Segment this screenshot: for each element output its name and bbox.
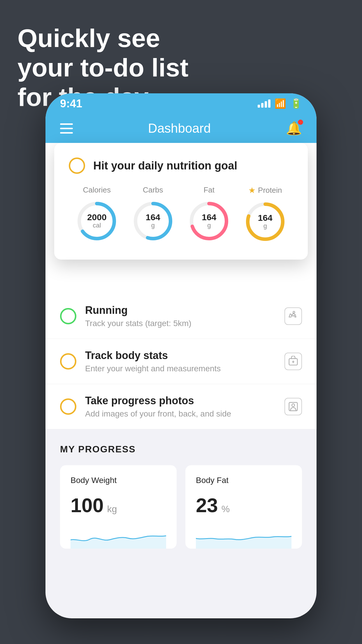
notification-dot	[298, 120, 303, 125]
body-weight-unit: kg	[107, 504, 117, 514]
progress-cards: Body Weight 100 kg Body Fat	[60, 465, 302, 549]
nutrition-row: Calories 2000 cal Carbs	[69, 186, 293, 244]
running-icon	[284, 307, 302, 325]
list-item[interactable]: Running Track your stats (target: 5km)	[45, 294, 317, 339]
body-weight-title: Body Weight	[71, 476, 166, 485]
notification-button[interactable]: 🔔	[286, 121, 302, 136]
calories-unit: cal	[87, 222, 107, 229]
fat-item: Fat 164 g	[187, 186, 231, 243]
todo-text-photos: Take progress photos Add images of your …	[85, 395, 276, 419]
calories-ring: 2000 cal	[75, 199, 119, 243]
headline-line1: Quickly see	[17, 23, 189, 53]
body-fat-chart	[196, 525, 291, 549]
carbs-unit: g	[146, 222, 160, 229]
fat-value: 164	[202, 213, 216, 222]
todo-subtitle-bodystats: Enter your weight and measurements	[85, 364, 276, 373]
nutrition-card-title: Hit your daily nutrition goal	[93, 160, 237, 172]
body-fat-value: 23	[196, 494, 218, 517]
todo-checkbox-running[interactable]	[60, 308, 76, 324]
calories-value: 2000	[87, 213, 107, 222]
person-icon	[284, 398, 302, 415]
fat-ring: 164 g	[187, 199, 231, 243]
todo-subtitle-photos: Add images of your front, back, and side	[85, 409, 276, 419]
carbs-item: Carbs 164 g	[131, 186, 175, 243]
todo-title-photos: Take progress photos	[85, 395, 276, 407]
list-item[interactable]: Track body stats Enter your weight and m…	[45, 339, 317, 384]
protein-unit: g	[258, 222, 273, 230]
headline-line2: your to-do list	[17, 53, 189, 82]
battery-icon: 🔋	[290, 98, 302, 109]
nutrition-card: Hit your daily nutrition goal Calories 2…	[54, 143, 308, 260]
body-fat-unit: %	[222, 504, 230, 514]
todo-checkbox-bodystats[interactable]	[60, 353, 76, 370]
body-weight-value: 100	[71, 494, 103, 517]
todo-checkbox-photos[interactable]	[60, 398, 76, 415]
nav-title: Dashboard	[148, 121, 211, 136]
protein-label: ★ Protein	[248, 186, 282, 195]
todo-title-bodystats: Track body stats	[85, 349, 276, 362]
body-fat-card[interactable]: Body Fat 23 %	[185, 465, 302, 549]
status-time: 9:41	[60, 97, 82, 110]
nutrition-checkbox[interactable]	[69, 158, 85, 174]
body-weight-value-row: 100 kg	[71, 494, 166, 517]
fat-label: Fat	[203, 186, 215, 195]
star-icon: ★	[248, 186, 256, 195]
protein-ring: 164 g	[243, 200, 287, 244]
scale-icon	[284, 353, 302, 370]
fat-unit: g	[202, 222, 216, 229]
calories-item: Calories 2000 cal	[75, 186, 119, 243]
todo-text-bodystats: Track body stats Enter your weight and m…	[85, 349, 276, 373]
body-weight-card[interactable]: Body Weight 100 kg	[60, 465, 177, 549]
calories-label: Calories	[83, 186, 111, 195]
svg-point-2	[292, 404, 295, 407]
card-title-row: Hit your daily nutrition goal	[69, 158, 293, 174]
wifi-icon: 📶	[275, 98, 286, 109]
todo-title-running: Running	[85, 304, 276, 316]
todo-subtitle-running: Track your stats (target: 5km)	[85, 319, 276, 328]
body-fat-title: Body Fat	[196, 476, 291, 485]
carbs-value: 164	[146, 213, 160, 222]
list-item[interactable]: Take progress photos Add images of your …	[45, 384, 317, 429]
body-weight-chart	[71, 525, 166, 549]
carbs-ring: 164 g	[131, 199, 175, 243]
signal-icon	[258, 99, 270, 108]
menu-button[interactable]	[60, 123, 73, 134]
status-bar: 9:41 📶 🔋	[45, 93, 317, 114]
progress-section: MY PROGRESS Body Weight 100 kg	[45, 429, 317, 563]
top-nav: Dashboard 🔔	[45, 114, 317, 143]
todo-text-running: Running Track your stats (target: 5km)	[85, 304, 276, 328]
protein-value: 164	[258, 214, 273, 222]
progress-title: MY PROGRESS	[60, 444, 302, 455]
protein-item: ★ Protein 164 g	[243, 186, 287, 244]
carbs-label: Carbs	[143, 186, 163, 195]
body-fat-value-row: 23 %	[196, 494, 291, 517]
status-icons: 📶 🔋	[258, 98, 302, 109]
